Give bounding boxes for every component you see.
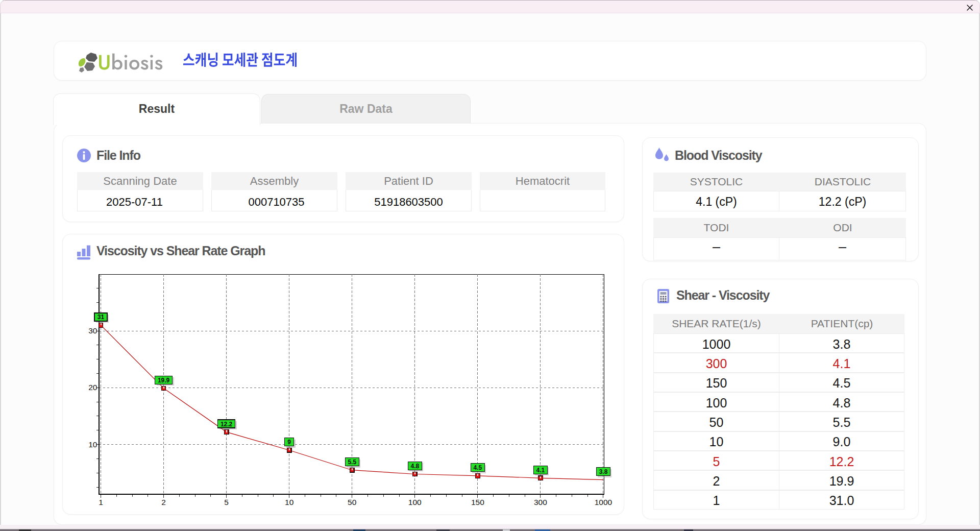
svg-text:100: 100 (408, 498, 422, 506)
svg-text:4.1: 4.1 (536, 467, 545, 474)
svg-text:4.5: 4.5 (474, 464, 482, 471)
svg-text:3.8: 3.8 (599, 468, 608, 475)
svg-text:5.5: 5.5 (348, 458, 356, 466)
svg-text:2: 2 (161, 498, 166, 506)
svg-text:50: 50 (348, 498, 357, 506)
svg-text:4.8: 4.8 (410, 463, 419, 470)
svg-text:10: 10 (88, 440, 97, 449)
svg-text:30: 30 (88, 326, 97, 335)
svg-text:19.9: 19.9 (158, 377, 170, 384)
svg-text:1000: 1000 (595, 498, 612, 506)
svg-text:1: 1 (99, 498, 103, 506)
svg-text:9: 9 (287, 439, 291, 446)
svg-text:12.2: 12.2 (220, 421, 233, 428)
svg-text:20: 20 (88, 383, 97, 392)
svg-text:5: 5 (224, 498, 229, 506)
svg-text:10: 10 (285, 498, 294, 506)
svg-text:31: 31 (97, 313, 105, 321)
svg-text:150: 150 (471, 498, 484, 506)
svg-text:300: 300 (534, 498, 547, 506)
